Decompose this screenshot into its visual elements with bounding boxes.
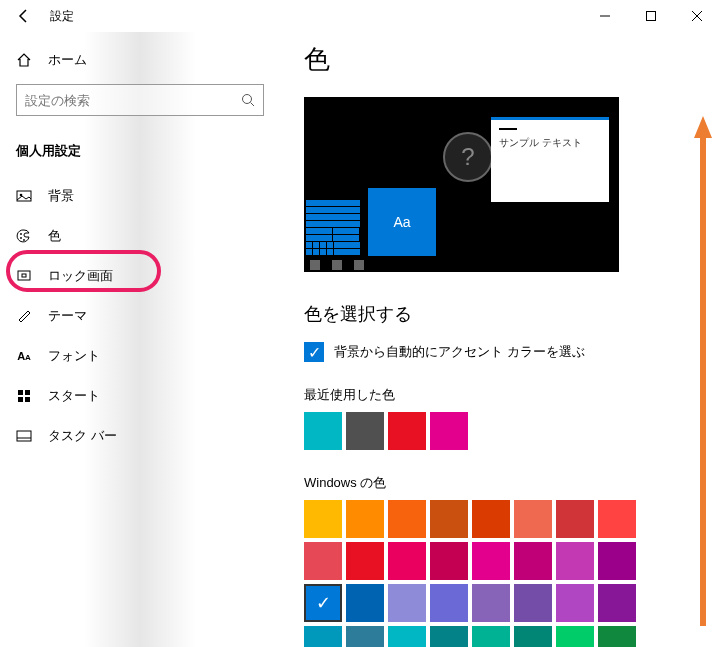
minimize-button[interactable]	[582, 0, 628, 32]
svg-rect-16	[25, 397, 30, 402]
preview-window: サンプル テキスト	[491, 117, 609, 202]
color-swatch[interactable]	[472, 626, 510, 647]
color-preview: ? サンプル テキスト Aa	[304, 97, 619, 272]
preview-big-tile: Aa	[368, 188, 436, 256]
recent-color-swatch[interactable]	[304, 412, 342, 450]
sidebar-item-label: フォント	[48, 347, 100, 365]
recent-color-swatch[interactable]	[346, 412, 384, 450]
minimize-icon	[600, 11, 610, 21]
maximize-icon	[646, 11, 656, 21]
color-swatch[interactable]	[388, 626, 426, 647]
color-swatch[interactable]	[556, 626, 594, 647]
taskbar-icon	[16, 428, 32, 444]
svg-point-9	[20, 237, 22, 239]
color-swatch[interactable]	[598, 500, 636, 538]
svg-point-8	[20, 233, 22, 235]
close-icon	[692, 11, 702, 21]
color-swatch[interactable]	[514, 626, 552, 647]
color-swatch[interactable]	[598, 542, 636, 580]
svg-rect-1	[647, 12, 656, 21]
picture-icon	[16, 188, 32, 204]
color-swatch[interactable]	[598, 626, 636, 647]
color-swatch[interactable]	[472, 500, 510, 538]
color-swatch[interactable]	[430, 542, 468, 580]
main-content: 色 ? サンプル テキスト Aa 色を選択する	[280, 32, 720, 647]
sidebar-item-background[interactable]: 背景	[0, 176, 280, 216]
recent-colors-label: 最近使用した色	[304, 386, 696, 404]
svg-line-5	[251, 103, 255, 107]
sidebar-item-label: テーマ	[48, 307, 87, 325]
nav-home-label: ホーム	[48, 51, 87, 69]
back-button[interactable]	[8, 0, 40, 32]
back-arrow-icon	[16, 8, 32, 24]
svg-rect-6	[17, 191, 31, 201]
color-swatch[interactable]	[472, 584, 510, 622]
svg-rect-14	[25, 390, 30, 395]
color-swatch[interactable]	[430, 584, 468, 622]
palette-icon	[16, 228, 32, 244]
sidebar-item-lockscreen[interactable]: ロック画面	[0, 256, 280, 296]
maximize-button[interactable]	[628, 0, 674, 32]
sidebar-item-taskbar[interactable]: タスク バー	[0, 416, 280, 456]
color-swatch[interactable]	[388, 542, 426, 580]
sidebar-item-label: タスク バー	[48, 427, 117, 445]
color-swatch[interactable]	[304, 626, 342, 647]
home-icon	[16, 52, 32, 68]
sidebar-item-label: スタート	[48, 387, 100, 405]
auto-accent-checkbox[interactable]: ✓	[304, 342, 324, 362]
sidebar: ホーム 個人用設定 背景 色 ロック画面 テーマ AA フォント ス	[0, 32, 280, 647]
preview-start-tiles	[306, 200, 360, 256]
sample-text: サンプル テキスト	[499, 136, 601, 150]
recent-color-swatch[interactable]	[388, 412, 426, 450]
color-swatch[interactable]	[346, 542, 384, 580]
sidebar-item-label: 色	[48, 227, 61, 245]
color-swatch[interactable]	[304, 542, 342, 580]
svg-point-10	[23, 239, 25, 241]
color-swatch[interactable]	[598, 584, 636, 622]
svg-rect-12	[22, 274, 26, 277]
color-swatch[interactable]	[346, 626, 384, 647]
auto-accent-label: 背景から自動的にアクセント カラーを選ぶ	[334, 343, 585, 361]
color-swatch[interactable]	[346, 584, 384, 622]
font-icon: AA	[16, 348, 32, 364]
color-swatch[interactable]	[388, 584, 426, 622]
color-swatch[interactable]	[472, 542, 510, 580]
nav-home[interactable]: ホーム	[0, 40, 280, 80]
svg-rect-17	[17, 431, 31, 441]
sidebar-item-colors[interactable]: 色	[0, 216, 280, 256]
color-swatch[interactable]	[430, 500, 468, 538]
sidebar-section-header: 個人用設定	[0, 132, 280, 176]
preview-taskbar	[304, 258, 619, 272]
color-swatch[interactable]	[388, 500, 426, 538]
svg-rect-13	[18, 390, 23, 395]
recent-color-swatch[interactable]	[430, 412, 468, 450]
close-button[interactable]	[674, 0, 720, 32]
brush-icon	[16, 308, 32, 324]
color-swatch[interactable]	[514, 500, 552, 538]
color-swatch[interactable]	[556, 500, 594, 538]
sidebar-item-start[interactable]: スタート	[0, 376, 280, 416]
svg-rect-15	[18, 397, 23, 402]
search-field[interactable]	[25, 93, 241, 108]
color-swatch[interactable]	[304, 584, 342, 622]
user-avatar-icon: ?	[443, 132, 493, 182]
color-swatch[interactable]	[304, 500, 342, 538]
svg-point-4	[243, 95, 252, 104]
windows-color-grid	[304, 500, 696, 647]
color-swatch[interactable]	[556, 584, 594, 622]
search-icon	[241, 93, 255, 107]
color-swatch[interactable]	[430, 626, 468, 647]
color-swatch[interactable]	[556, 542, 594, 580]
sidebar-item-fonts[interactable]: AA フォント	[0, 336, 280, 376]
sidebar-item-label: 背景	[48, 187, 74, 205]
search-input[interactable]	[16, 84, 264, 116]
color-swatch[interactable]	[514, 584, 552, 622]
lock-icon	[16, 268, 32, 284]
color-swatch[interactable]	[514, 542, 552, 580]
sidebar-item-label: ロック画面	[48, 267, 113, 285]
recent-colors	[304, 412, 696, 450]
sidebar-item-themes[interactable]: テーマ	[0, 296, 280, 336]
color-swatch[interactable]	[346, 500, 384, 538]
window-title: 設定	[50, 8, 74, 25]
choose-color-heading: 色を選択する	[304, 302, 696, 326]
